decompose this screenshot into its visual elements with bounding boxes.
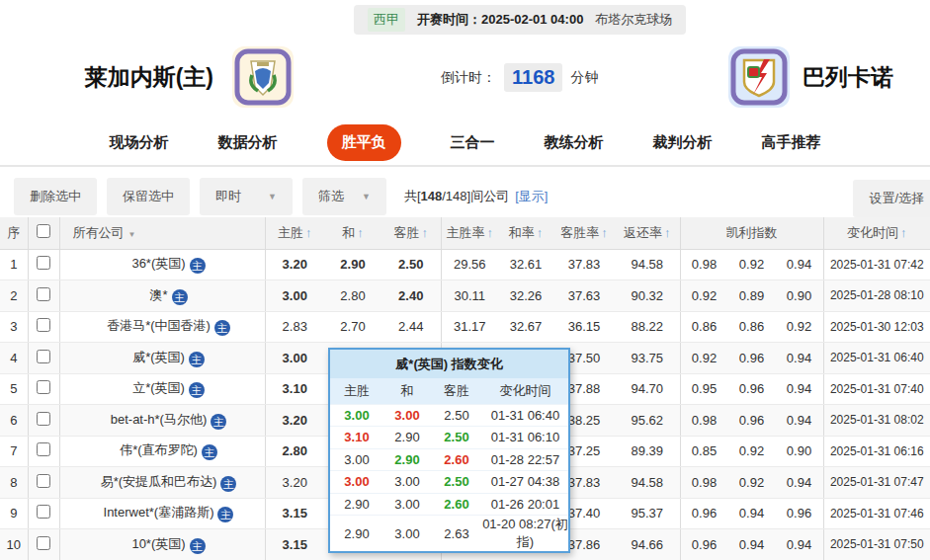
cell-company[interactable]: bet-at-h*(马尔他)主 [59, 405, 265, 437]
cell-odds[interactable]: 3.10 [265, 373, 324, 405]
cell-odds[interactable]: 3.20 [265, 405, 324, 437]
row-checkbox[interactable] [37, 256, 50, 270]
filter-dropdown[interactable]: 筛选▼ [302, 178, 386, 215]
sort-up-icon: ↑ [900, 225, 907, 240]
tab-5[interactable]: 教练分析 [545, 133, 604, 152]
cell-company[interactable]: 香港马*(中国香港)主 [59, 311, 265, 343]
cell-checkbox[interactable] [28, 280, 59, 312]
cell-checkbox[interactable] [28, 311, 59, 343]
row-checkbox[interactable] [37, 412, 50, 426]
company-name: 威*(英国) [132, 350, 185, 364]
col-header-draw[interactable]: 和↑ [324, 217, 381, 249]
cell-odds[interactable]: 3.00 [265, 280, 324, 312]
popup-row: 3.102.902.5001-31 06:10 [330, 427, 568, 449]
cell-odds[interactable]: 3.00 [265, 343, 324, 374]
select-all-checkbox[interactable] [37, 224, 50, 238]
cell-odds[interactable]: 2.90 [324, 249, 381, 280]
table-toolbar: 删除选中 保留选中 即时▼ 筛选▼ 共[148/148]间公司[显示] 设置/选… [14, 180, 930, 213]
cell-kelly: 0.980.920.94 [680, 249, 823, 280]
cell-odds[interactable]: 3.15 [265, 529, 324, 560]
cell-odds[interactable]: 3.20 [265, 249, 324, 280]
col-header-home[interactable]: 主胜↑ [265, 217, 324, 249]
odds-mode-dropdown[interactable]: 即时▼ [200, 178, 293, 215]
cell-company[interactable]: 立*(英国)主 [59, 373, 265, 405]
countdown-value: 1168 [504, 63, 562, 92]
cell-checkbox[interactable] [28, 498, 59, 529]
popup-cell-odds: 2.90 [383, 427, 431, 449]
cell-checkbox[interactable] [28, 405, 59, 437]
col-header-company[interactable]: 所有公司▼ [59, 217, 265, 249]
cell-checkbox[interactable] [28, 249, 59, 280]
col-header-payout[interactable]: 返还率↑ [615, 217, 680, 249]
col-header-away[interactable]: 客胜↑ [381, 217, 441, 249]
cell-kelly: 0.980.960.94 [680, 405, 823, 437]
cell-rate: 90.32 [615, 280, 680, 312]
cell-odds[interactable]: 2.40 [381, 280, 441, 312]
cell-company[interactable]: 10*(英国)主 [59, 529, 265, 560]
popup-col-header: 主胜 [330, 378, 383, 404]
cell-company[interactable]: 威*(英国)主 [59, 343, 265, 374]
cell-company[interactable]: 36*(英国)主 [59, 249, 265, 280]
popup-row: 2.903.002.6001-26 20:01 [330, 493, 568, 516]
cell-checkbox[interactable] [28, 529, 59, 560]
home-badge-icon: 主 [189, 382, 205, 398]
company-name: Interwet*(塞浦路斯) [104, 505, 214, 520]
cell-company[interactable]: 易*(安提瓜和巴布达)主 [59, 467, 265, 499]
popup-row: 3.003.002.5001-27 04:38 [330, 471, 568, 494]
tab-2[interactable]: 数据分析 [218, 133, 278, 152]
cell-checkbox[interactable] [28, 436, 59, 467]
col-header-home_rate[interactable]: 主胜率↑ [441, 217, 498, 249]
cell-odds[interactable]: 2.50 [381, 249, 441, 280]
row-checkbox[interactable] [37, 536, 50, 550]
col-header-time[interactable]: 变化时间↑ [823, 217, 930, 249]
popup-cell-time: 01-26 20:01 [482, 493, 568, 516]
row-checkbox[interactable] [37, 287, 50, 301]
row-checkbox[interactable] [37, 474, 50, 488]
cell-company[interactable]: 伟*(直布罗陀)主 [59, 436, 265, 467]
row-checkbox[interactable] [37, 318, 50, 332]
cell-checkbox[interactable] [28, 467, 59, 499]
sort-up-icon: ↑ [422, 225, 429, 240]
cell-company[interactable]: 澳*主 [59, 280, 265, 312]
cell-company[interactable]: Interwet*(塞浦路斯)主 [59, 498, 265, 529]
tab-6[interactable]: 裁判分析 [653, 133, 713, 152]
row-checkbox[interactable] [37, 505, 50, 519]
popup-cell-time: 01-27 04:38 [482, 471, 568, 494]
company-name: 易*(安提瓜和巴布达) [101, 474, 217, 489]
kickoff-time: 开赛时间：2025-02-01 04:00 [417, 11, 583, 29]
col-header-kelly: 凯利指数 [680, 217, 823, 249]
popup-title: 威*(英国) 指数变化 [330, 350, 568, 378]
row-checkbox[interactable] [37, 380, 50, 394]
cell-rate: 29.56 [441, 249, 498, 280]
cell-odds[interactable]: 3.20 [265, 467, 324, 499]
popup-cell-odds: 2.60 [431, 448, 482, 471]
cell-odds[interactable]: 2.83 [265, 311, 324, 343]
delete-selected-button[interactable]: 删除选中 [14, 178, 97, 215]
cell-checkbox[interactable] [28, 373, 59, 405]
cell-rate: 37.63 [553, 280, 615, 312]
tab-7[interactable]: 高手推荐 [762, 133, 821, 152]
settings-button[interactable]: 设置/选择 [853, 180, 930, 217]
popup-row: 2.903.002.6301-20 08:27(初指) [330, 516, 568, 552]
row-checkbox[interactable] [37, 442, 50, 456]
cell-odds[interactable]: 2.80 [265, 436, 324, 467]
cell-odds[interactable]: 2.44 [381, 311, 441, 343]
cell-odds[interactable]: 2.70 [324, 311, 381, 343]
show-link[interactable]: [显示] [515, 189, 548, 203]
row-checkbox[interactable] [37, 350, 50, 363]
col-header-check[interactable] [28, 217, 59, 249]
cell-checkbox[interactable] [28, 343, 59, 374]
popup-cell-odds: 2.90 [383, 448, 431, 471]
popup-cell-odds: 2.50 [431, 404, 482, 427]
cell-rate: 31.17 [441, 311, 498, 343]
tab-1[interactable]: 现场分析 [110, 133, 169, 152]
col-header-away_rate[interactable]: 客胜率↑ [553, 217, 615, 249]
col-header-draw_rate[interactable]: 和率↑ [498, 217, 553, 249]
away-team-name: 巴列卡诺 [803, 62, 893, 93]
keep-selected-button[interactable]: 保留选中 [107, 178, 190, 215]
tab-3[interactable]: 胜平负 [327, 124, 401, 161]
cell-odds[interactable]: 2.80 [324, 280, 381, 312]
tab-4[interactable]: 三合一 [451, 133, 495, 152]
countdown-label: 倒计时： [441, 69, 496, 87]
cell-odds[interactable]: 3.15 [265, 498, 324, 529]
